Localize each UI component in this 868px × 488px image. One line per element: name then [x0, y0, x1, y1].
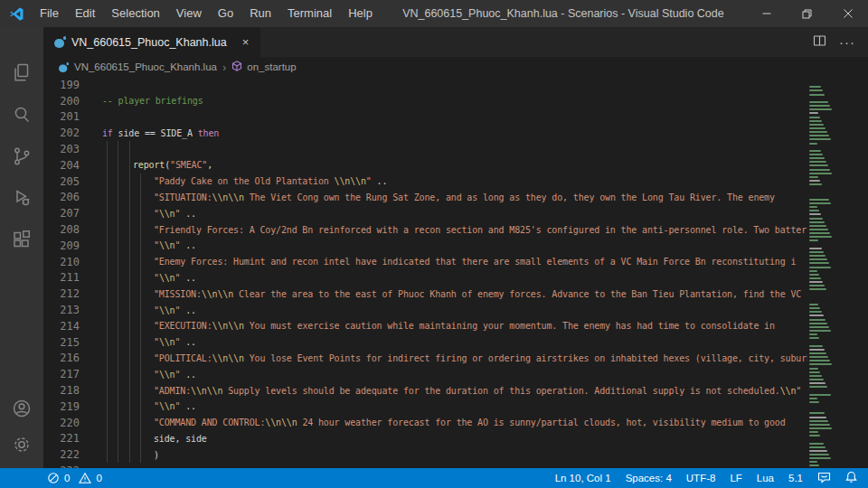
minimap-line — [809, 112, 818, 114]
problems-indicator[interactable]: 0 0 — [0, 472, 102, 484]
code-line-202[interactable]: 202if side == SIDE_A then — [43, 125, 868, 141]
code-line-216[interactable]: 216"POLITICAL:\\n\\n You lose Event Poin… — [43, 351, 868, 367]
token: "SITUATION: — [154, 192, 212, 202]
minimap-line — [809, 120, 822, 122]
code-line-212[interactable]: 212"MISSION:\\n\\n Clear the area to the… — [43, 286, 868, 302]
line-content: "POLITICAL:\\n\\n You lose Event Points … — [80, 353, 844, 363]
line-content: -- player briefings — [80, 96, 203, 106]
menu-help[interactable]: Help — [340, 0, 381, 27]
token: \\n\\n — [212, 353, 244, 363]
extensions-icon[interactable] — [11, 229, 33, 250]
token: \\n\\n — [202, 289, 233, 299]
code-line-209[interactable]: 209"\\n" .. — [43, 238, 868, 254]
code-line-203[interactable]: 203 — [43, 141, 868, 157]
token: \\n — [159, 401, 175, 411]
line-number: 206 — [43, 191, 80, 203]
token: .. — [180, 305, 196, 315]
code-line-222[interactable]: 222) — [43, 446, 868, 463]
code-line-219[interactable]: 219"\\n" .. — [43, 399, 868, 415]
minimap-line — [809, 371, 820, 373]
menu-selection[interactable]: Selection — [103, 0, 167, 27]
minimap-line — [809, 213, 821, 215]
status-cursor-position[interactable]: Ln 10, Col 1 — [555, 473, 611, 483]
bell-icon[interactable] — [845, 471, 857, 485]
minimap[interactable] — [807, 77, 868, 468]
code-line-205[interactable]: 205"Paddy Cake on the Old Plantation \\n… — [43, 174, 868, 190]
minimap-line — [809, 161, 826, 163]
code-line-200[interactable]: 200-- player briefings — [43, 93, 868, 109]
line-number: 213 — [43, 304, 80, 316]
minimap-line — [809, 135, 829, 136]
split-editor-icon[interactable] — [813, 34, 826, 51]
code-line-204[interactable]: 204report("SMEAC", — [43, 157, 868, 174]
code-line-201[interactable]: 201 — [43, 109, 868, 126]
minimize-button[interactable] — [746, 0, 787, 27]
source-control-icon[interactable] — [11, 145, 33, 167]
code-line-210[interactable]: 210"Enemy Forces: Humint and recon intel… — [43, 254, 868, 270]
code-line-206[interactable]: 206"SITUATION:\\n\\n The Viet Cong own t… — [43, 190, 868, 206]
token: ) — [154, 450, 159, 460]
line-number: 201 — [43, 110, 80, 123]
code-line-207[interactable]: 207"\\n" .. — [43, 205, 868, 221]
tab-vn-660615-phuoc-khanh[interactable]: VN_660615_Phuoc_Khanh.lua × — [43, 27, 260, 57]
minimap-line — [809, 169, 830, 171]
indent-guide — [118, 141, 118, 463]
breadcrumb-symbol[interactable]: on_startup — [247, 61, 296, 72]
status-language-mode[interactable]: Lua — [757, 473, 774, 483]
editor-actions: ··· — [813, 27, 868, 57]
explorer-icon[interactable] — [11, 62, 33, 84]
menu-view[interactable]: View — [168, 0, 210, 27]
breadcrumb-file[interactable]: VN_660615_Phuoc_Khanh.lua — [74, 61, 217, 72]
more-actions-icon[interactable]: ··· — [839, 34, 855, 50]
line-content: report("SMEAC", — [80, 160, 212, 170]
minimap-line — [809, 288, 826, 290]
code-line-199[interactable]: 199 — [43, 77, 868, 93]
code-line-213[interactable]: 213"\\n" .. — [43, 302, 868, 318]
run-and-debug-icon[interactable] — [11, 187, 33, 209]
minimap-line — [809, 394, 831, 396]
token: "Paddy Cake on the Old Plantation — [154, 176, 335, 186]
tab-close-icon[interactable]: × — [240, 35, 252, 49]
line-content: ) — [80, 450, 159, 460]
minimap-line — [809, 239, 818, 241]
minimap-line — [809, 323, 827, 324]
close-button[interactable] — [827, 0, 868, 27]
minimap-line — [809, 401, 819, 403]
token: \\n\\n — [265, 418, 297, 427]
menu-file[interactable]: File — [32, 0, 67, 27]
minimap-line — [809, 274, 819, 276]
line-content: "COMMAND AND CONTROL:\\n\\n 24 hour weat… — [80, 418, 786, 427]
code-line-208[interactable]: 208"Friendly Forces: A Coy/2nd Bn reinfo… — [43, 221, 868, 238]
line-content: "\\n" .. — [80, 337, 196, 347]
code-line-220[interactable]: 220"COMMAND AND CONTROL:\\n\\n 24 hour w… — [43, 415, 868, 431]
code-line-215[interactable]: 215"\\n" .. — [43, 334, 868, 351]
menu-run[interactable]: Run — [241, 0, 279, 27]
search-icon[interactable] — [11, 104, 33, 126]
minimap-line — [809, 443, 824, 445]
code-line-214[interactable]: 214"EXECUTION:\\n\\n You must exercise c… — [43, 318, 868, 334]
code-line-221[interactable]: 221side, side — [43, 431, 868, 447]
restore-button[interactable] — [787, 0, 827, 27]
code-line-217[interactable]: 217"\\n" .. — [43, 366, 868, 382]
accounts-icon[interactable] — [11, 398, 33, 419]
status-eol[interactable]: LF — [730, 473, 741, 483]
minimap-line — [809, 157, 825, 159]
code-editor[interactable]: 199200-- player briefings201202if side =… — [43, 77, 868, 468]
minimap-line — [809, 356, 828, 358]
code-line-218[interactable]: 218"ADMIN:\\n\\n Supply levels should be… — [43, 382, 868, 399]
minimap-line — [809, 101, 828, 103]
settings-gear-icon[interactable] — [11, 434, 33, 455]
menu-edit[interactable]: Edit — [67, 0, 103, 27]
token: "ADMIN: — [154, 386, 191, 396]
status-lua-version[interactable]: 5.1 — [788, 473, 803, 483]
status-encoding[interactable]: UTF-8 — [686, 473, 716, 483]
minimap-line — [809, 221, 825, 223]
minimap-line — [809, 465, 819, 466]
feedback-icon[interactable] — [817, 471, 831, 485]
status-indentation[interactable]: Spaces: 4 — [626, 473, 672, 483]
menu-terminal[interactable]: Terminal — [279, 0, 340, 27]
menu-go[interactable]: Go — [210, 0, 241, 27]
minimap-line — [809, 314, 824, 316]
code-line-211[interactable]: 211"\\n" .. — [43, 270, 868, 286]
line-content: "SITUATION:\\n\\n The Viet Cong own the … — [80, 192, 775, 202]
